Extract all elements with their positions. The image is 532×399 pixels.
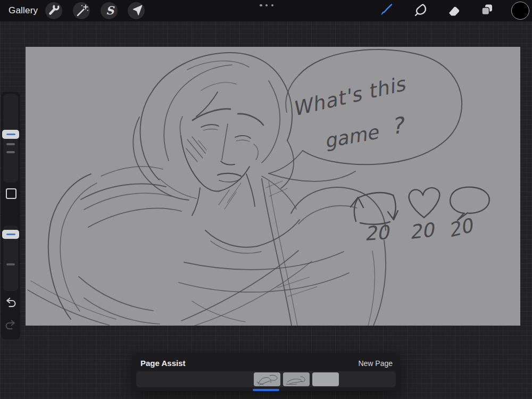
- transform-arrow-icon: [129, 2, 144, 19]
- brush-size-slider-handle[interactable]: [2, 130, 19, 139]
- actions-button[interactable]: [45, 2, 62, 19]
- svg-text:S: S: [106, 4, 115, 17]
- slider-notch: [6, 263, 15, 265]
- heart-count: 20: [409, 219, 437, 243]
- multitask-dots-icon[interactable]: [260, 4, 273, 7]
- magic-wand-icon: [74, 2, 89, 19]
- slider-accent-bar: [6, 234, 15, 236]
- page-thumbnail-3[interactable]: [312, 372, 339, 386]
- redo-button[interactable]: [4, 319, 17, 332]
- speech-bubble-line2: game: [322, 121, 381, 152]
- page-thumbnail-1[interactable]: [254, 372, 280, 386]
- selection-button[interactable]: S: [101, 2, 118, 19]
- retweet-count: 20: [364, 221, 392, 245]
- slider-accent-bar: [6, 134, 15, 136]
- reply-bubble-sketch-icon: [450, 187, 489, 220]
- selection-s-icon: S: [102, 2, 117, 19]
- drawing-canvas[interactable]: What's this game ? 20 20 20: [26, 47, 520, 326]
- retweet-sketch-icon: [351, 193, 398, 225]
- eraser-icon: [446, 2, 461, 19]
- page-assist-title: Page Assist: [140, 359, 186, 368]
- layers-icon: [479, 2, 494, 19]
- brush-sidebar: [1, 92, 20, 339]
- color-swatch-button[interactable]: [511, 2, 529, 20]
- paint-tool-button[interactable]: [379, 3, 394, 18]
- modify-button[interactable]: [6, 188, 16, 199]
- smudge-tool-button[interactable]: [412, 3, 427, 18]
- layers-button[interactable]: [479, 3, 494, 18]
- opacity-slider-handle[interactable]: [2, 230, 19, 239]
- transform-button[interactable]: [128, 2, 145, 19]
- new-page-button[interactable]: New Page: [358, 359, 393, 368]
- top-toolbar: Gallery S: [0, 0, 532, 21]
- undo-button[interactable]: [4, 297, 17, 310]
- slider-notch: [6, 143, 15, 145]
- slider-notch: [6, 151, 15, 153]
- page-scrubber[interactable]: [136, 371, 396, 387]
- paintbrush-icon: [379, 2, 394, 19]
- adjustments-button[interactable]: [73, 2, 90, 19]
- reply-count: 20: [446, 214, 476, 242]
- gallery-button[interactable]: Gallery: [9, 0, 38, 21]
- erase-tool-button[interactable]: [446, 3, 461, 18]
- heart-sketch-icon: [409, 188, 439, 218]
- sketch-artwork: What's this game ? 20 20 20: [26, 47, 520, 326]
- redo-arrow-icon: [4, 318, 17, 333]
- wrench-icon: [46, 2, 61, 19]
- page-thumbnail-2[interactable]: [283, 372, 310, 386]
- smudge-icon: [412, 2, 427, 19]
- undo-arrow-icon: [4, 296, 17, 311]
- speech-bubble-question-mark: ?: [390, 112, 407, 139]
- current-page-indicator: [253, 389, 279, 391]
- page-assist-panel: Page Assist New Page: [132, 353, 400, 391]
